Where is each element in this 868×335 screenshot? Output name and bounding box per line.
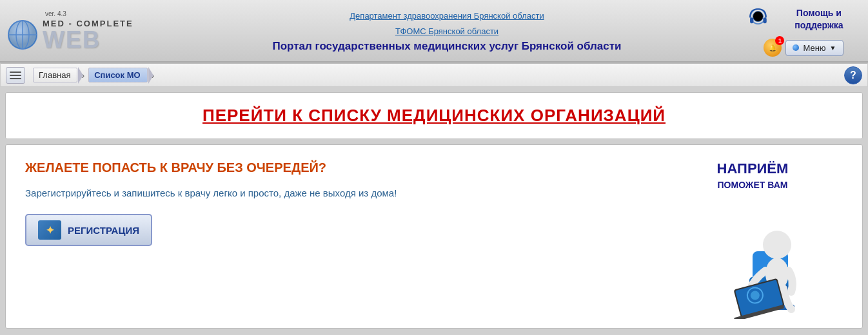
breadcrumb-mo[interactable]: Список МО [88, 68, 147, 82]
svg-point-6 [753, 12, 764, 22]
illustration [682, 196, 824, 312]
info-right: НАПРИЁМ ПОМОЖЕТ ВАМ [662, 160, 843, 312]
hamburger-line-2 [10, 75, 21, 76]
menu-label: Меню [803, 43, 825, 53]
card-link: ПЕРЕЙТИ К СПИСКУ МЕДИЦИНСКИХ ОРГАНИЗАЦИЙ [5, 92, 863, 139]
menu-button[interactable]: Меню ▼ [785, 40, 843, 56]
svg-rect-7 [750, 17, 753, 23]
napriem-sub: ПОМОЖЕТ ВАМ [662, 180, 843, 190]
svg-rect-8 [763, 17, 766, 23]
main-content: ПЕРЕЙТИ К СПИСКУ МЕДИЦИНСКИХ ОРГАНИЗАЦИЙ… [0, 87, 868, 334]
version-label: ver. 4.3 [45, 10, 66, 17]
right-area: Помощь и поддержка 🔔 1 Меню ▼ [745, 5, 862, 57]
web-label: WEB [43, 28, 133, 52]
help-circle-button[interactable]: ? [844, 66, 862, 84]
dept-link[interactable]: Департамент здравоохранения Брянской обл… [161, 8, 733, 23]
mo-list-link[interactable]: ПЕРЕЙТИ К СПИСКУ МЕДИЦИНСКИХ ОРГАНИЗАЦИЙ [202, 106, 666, 125]
menu-row: 🔔 1 Меню ▼ [764, 39, 843, 57]
globe-icon [6, 19, 39, 51]
menu-dot-icon [793, 44, 799, 51]
svg-point-16 [763, 231, 791, 259]
register-label: РЕГИСТРАЦИЯ [68, 225, 139, 236]
svg-rect-18 [735, 280, 783, 316]
help-link[interactable]: Помощь и поддержка [745, 5, 862, 34]
info-left: ЖЕЛАЕТЕ ПОПАСТЬ К ВРАЧУ БЕЗ ОЧЕРЕДЕЙ? За… [25, 160, 649, 246]
info-text: Зарегистрируйтесь и запишитесь к врачу л… [25, 186, 412, 201]
info-heading: ЖЕЛАЕТЕ ПОПАСТЬ К ВРАЧУ БЕЗ ОЧЕРЕДЕЙ? [25, 160, 649, 175]
card-info: ЖЕЛАЕТЕ ПОПАСТЬ К ВРАЧУ БЕЗ ОЧЕРЕДЕЙ? За… [5, 144, 863, 329]
headset-icon [745, 5, 771, 34]
napriem-title: НАПРИЁМ [662, 160, 843, 177]
tfoms-link[interactable]: ТФОМС Брянской области [161, 24, 733, 39]
header: ver. 4.3 MED - COMPLETE WEB [0, 0, 868, 62]
center-links: Департамент здравоохранения Брянской обл… [148, 8, 745, 53]
hamburger-line-3 [10, 78, 21, 79]
register-icon [38, 220, 61, 240]
hamburger-button[interactable] [6, 67, 25, 84]
help-text: Помощь и поддержка [776, 7, 862, 30]
logo-text-block: MED - COMPLETE WEB [43, 19, 133, 52]
menu-chevron-icon: ▼ [830, 44, 836, 52]
breadcrumb-bar: Главная › Список МО › ? [0, 62, 868, 87]
portal-title: Портал государственных медицинских услуг… [161, 40, 733, 53]
breadcrumb-home[interactable]: Главная [33, 68, 77, 82]
logo-area: ver. 4.3 MED - COMPLETE WEB [6, 10, 148, 52]
hamburger-line-1 [10, 72, 21, 73]
notification-icon[interactable]: 🔔 1 [764, 39, 782, 57]
register-button[interactable]: РЕГИСТРАЦИЯ [25, 214, 152, 246]
illustration-svg [682, 196, 824, 319]
notif-badge: 1 [775, 36, 784, 45]
logo-brand: MED - COMPLETE WEB [6, 19, 133, 52]
